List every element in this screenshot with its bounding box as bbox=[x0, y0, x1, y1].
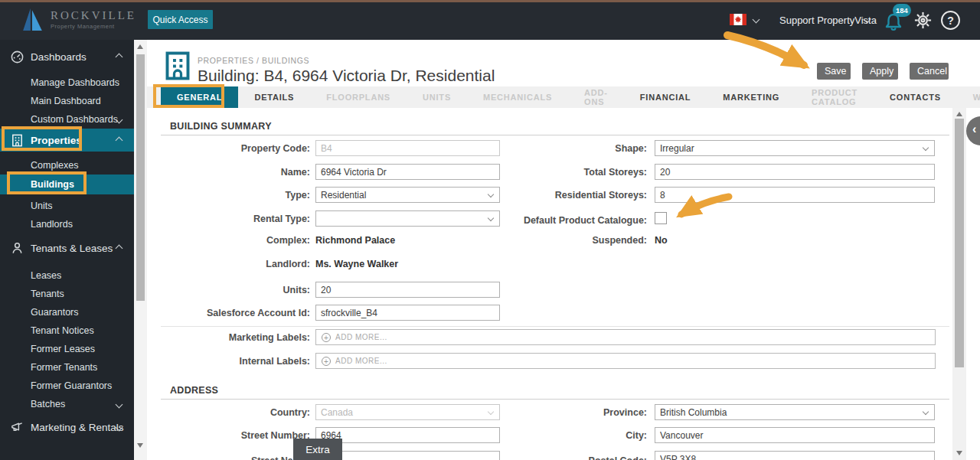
scroll-up-arrow-icon[interactable] bbox=[956, 112, 962, 116]
sidebar-scrollbar-thumb[interactable] bbox=[136, 54, 145, 301]
add-more-placeholder: ADD MORE... bbox=[335, 357, 387, 365]
chevron-down-icon bbox=[488, 191, 494, 197]
chevron-left-icon: ‹ bbox=[972, 122, 976, 136]
type-select[interactable]: Residential bbox=[315, 187, 500, 203]
sidebar-item-landlords[interactable]: Landlords bbox=[0, 215, 134, 233]
marketing-labels-add-more-field[interactable]: + ADD MORE... bbox=[315, 329, 936, 345]
tab-financial[interactable]: FINANCIAL bbox=[624, 86, 707, 108]
sidebar-item-label: Properties bbox=[31, 135, 82, 146]
gear-icon[interactable] bbox=[913, 11, 933, 30]
sidebar-item-label: Marketing & Rentals bbox=[31, 422, 124, 433]
sidebar-item-dashboards[interactable]: Dashboards bbox=[0, 46, 134, 67]
add-more-placeholder: ADD MORE... bbox=[335, 333, 387, 341]
city-input[interactable] bbox=[655, 427, 935, 443]
save-button[interactable]: Save bbox=[817, 63, 851, 80]
field-label: Type: bbox=[168, 188, 310, 203]
sidebar-item-complexes[interactable]: Complexes bbox=[0, 156, 134, 175]
sidebar-item-tenant-notices[interactable]: Tenant Notices bbox=[0, 321, 134, 340]
cancel-button[interactable]: Cancel bbox=[910, 63, 949, 80]
postal-code-input[interactable] bbox=[655, 451, 935, 460]
scroll-up-arrow-icon[interactable] bbox=[137, 44, 143, 49]
chevron-down-icon bbox=[116, 400, 123, 408]
suspended-value: No bbox=[655, 233, 668, 248]
sidebar-item-label: Tenants & Leases bbox=[31, 243, 113, 254]
sidebar-item-guarantors[interactable]: Guarantors bbox=[0, 303, 134, 321]
sidebar-item-former-guarantors[interactable]: Former Guarantors bbox=[0, 377, 134, 395]
shape-select[interactable]: Irregular bbox=[655, 140, 935, 156]
sidebar-item-label: Former Tenants bbox=[31, 362, 97, 373]
sidebar-item-leases[interactable]: Leases bbox=[0, 266, 134, 285]
field-label: Internal Labels: bbox=[168, 354, 310, 369]
field-label: Complex: bbox=[168, 233, 310, 248]
sidebar-item-manage-dashboards[interactable]: Manage Dashboards bbox=[0, 73, 134, 92]
residential-storeys-input[interactable] bbox=[655, 187, 935, 203]
breadcrumb: PROPERTIES / BUILDINGS bbox=[198, 56, 309, 65]
quick-access-button[interactable]: Quick Access bbox=[148, 10, 213, 29]
sidebar-item-tenants[interactable]: Tenants bbox=[0, 285, 134, 303]
field-label: Salesforce Account Id: bbox=[168, 305, 310, 321]
sidebar-item-tenants-leases[interactable]: Tenants & Leases bbox=[0, 237, 134, 259]
main-scrollbar-thumb[interactable] bbox=[955, 119, 964, 367]
sidebar-item-main-dashboard[interactable]: Main Dashboard bbox=[0, 92, 134, 110]
sidebar-item-marketing-rentals[interactable]: Marketing & Rentals bbox=[0, 416, 134, 438]
default-product-catalogue-checkbox[interactable] bbox=[655, 212, 667, 224]
help-icon[interactable]: ? bbox=[941, 11, 960, 30]
name-input[interactable] bbox=[315, 164, 500, 180]
sidebar-item-custom-dashboards[interactable]: Custom Dashboards bbox=[0, 110, 134, 129]
sidebar-scrollbar[interactable] bbox=[134, 40, 147, 460]
megaphone-icon bbox=[10, 420, 24, 435]
form-divider bbox=[161, 326, 949, 327]
chevron-down-icon bbox=[923, 409, 929, 415]
field-label: Property Code: bbox=[168, 141, 310, 156]
field-label: Shape: bbox=[499, 141, 647, 156]
topbar-accent-strip bbox=[0, 0, 980, 2]
tab-mechanicals: MECHANICALS bbox=[467, 86, 568, 108]
field-label: Rental Type: bbox=[168, 211, 310, 227]
field-label: Marketing Labels: bbox=[168, 330, 310, 345]
units-input[interactable] bbox=[315, 282, 500, 298]
internal-labels-add-more-field[interactable]: + ADD MORE... bbox=[315, 353, 936, 369]
extra-button[interactable]: Extra bbox=[293, 439, 342, 460]
section-divider bbox=[161, 399, 949, 400]
sidebar-item-buildings[interactable]: Buildings bbox=[0, 175, 134, 194]
sidebar-item-batches[interactable]: Batches bbox=[0, 395, 134, 413]
language-chevron-icon[interactable] bbox=[753, 16, 760, 24]
sidebar-item-properties[interactable]: Properties bbox=[0, 129, 134, 152]
sidebar-item-label: Landlords bbox=[31, 219, 73, 230]
tab-general[interactable]: GENERAL bbox=[161, 86, 238, 108]
tab-add-ons: ADD-ONS bbox=[568, 86, 624, 108]
field-label: Street Number: bbox=[168, 428, 310, 443]
total-storeys-input[interactable] bbox=[655, 164, 935, 180]
app-window: ROCKVILLE Property Management Quick Acce… bbox=[0, 0, 980, 460]
notification-count-badge: 184 bbox=[893, 4, 911, 17]
top-bar: ROCKVILLE Property Management Quick Acce… bbox=[0, 0, 980, 40]
page-title: Building: B4, 6964 Victoria Dr, Resident… bbox=[198, 67, 495, 85]
canada-flag-icon[interactable] bbox=[730, 14, 746, 25]
sidebar-item-label: Leases bbox=[31, 270, 61, 281]
scroll-down-arrow-icon[interactable] bbox=[137, 443, 143, 448]
field-label: Suspended: bbox=[499, 233, 647, 248]
section-heading-address: ADDRESS bbox=[170, 385, 218, 396]
sidebar-item-label: Buildings bbox=[31, 179, 74, 190]
section-divider bbox=[161, 135, 949, 135]
section-heading-building-summary: BUILDING SUMMARY bbox=[170, 121, 272, 132]
field-label: Landlord: bbox=[168, 256, 310, 272]
province-select-value: British Columbia bbox=[660, 407, 727, 418]
tab-details[interactable]: DETAILS bbox=[238, 86, 310, 108]
salesforce-account-id-input[interactable] bbox=[315, 305, 500, 321]
sidebar-item-units[interactable]: Units bbox=[0, 197, 134, 215]
user-menu[interactable]: Support PropertyVista bbox=[779, 15, 877, 26]
sidebar-item-former-leases[interactable]: Former Leases bbox=[0, 340, 134, 358]
sidebar-item-former-tenants[interactable]: Former Tenants bbox=[0, 358, 134, 377]
apply-button[interactable]: Apply bbox=[862, 63, 898, 80]
rental-type-select[interactable] bbox=[315, 210, 500, 227]
tab-contacts[interactable]: CONTACTS bbox=[874, 86, 957, 108]
street-number-input[interactable] bbox=[315, 427, 500, 443]
sidebar-item-label: Units bbox=[31, 201, 52, 211]
street-name-input[interactable] bbox=[315, 451, 500, 460]
scroll-down-arrow-icon[interactable] bbox=[956, 451, 962, 455]
field-label: Total Storeys: bbox=[499, 165, 647, 180]
main-scrollbar[interactable] bbox=[952, 108, 966, 460]
province-select[interactable]: British Columbia bbox=[655, 404, 935, 420]
tab-marketing[interactable]: MARKETING bbox=[707, 86, 795, 108]
